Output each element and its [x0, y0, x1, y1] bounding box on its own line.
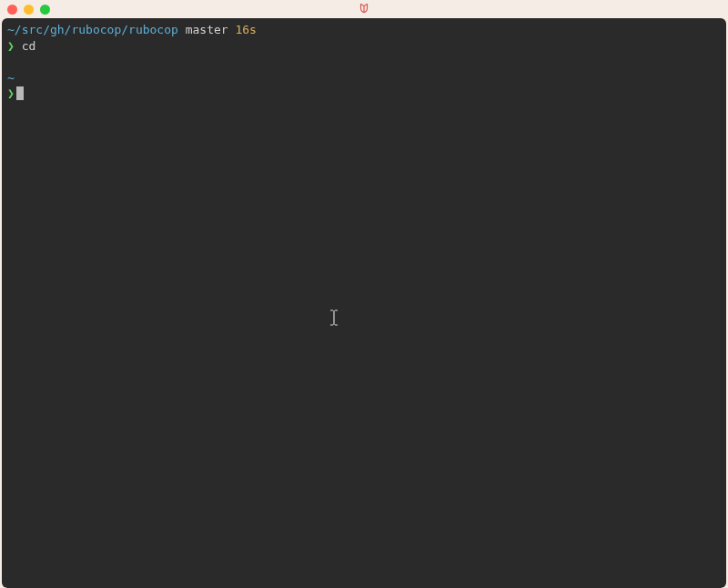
- cwd-path: ~/src/gh/rubocop/rubocop: [7, 23, 178, 36]
- app-icon: [358, 2, 370, 16]
- prompt-symbol: ❯: [7, 39, 15, 53]
- close-button[interactable]: [7, 5, 17, 15]
- terminal-content[interactable]: ~/src/gh/rubocop/rubocop master 16s ❯ cd…: [2, 18, 726, 588]
- command-line-2: ❯: [7, 86, 721, 102]
- cwd-path-2: ~: [7, 71, 15, 85]
- prompt-symbol-2: ❯: [7, 86, 15, 100]
- title-bar: [0, 0, 728, 18]
- cursor: [16, 86, 24, 100]
- command-line-1: ❯ cd: [7, 38, 721, 55]
- exec-time: 16s: [235, 23, 256, 36]
- maximize-button[interactable]: [40, 5, 50, 15]
- prompt-line-2: ~: [7, 70, 721, 86]
- prompt-line-1: ~/src/gh/rubocop/rubocop master 16s: [7, 22, 721, 38]
- terminal-window: ~/src/gh/rubocop/rubocop master 16s ❯ cd…: [0, 0, 728, 588]
- blank-line: [7, 54, 721, 70]
- git-branch: master: [186, 23, 228, 36]
- command-text: cd: [22, 39, 36, 53]
- minimize-button[interactable]: [24, 5, 34, 15]
- text-cursor-icon: [329, 309, 339, 331]
- traffic-lights: [7, 5, 50, 15]
